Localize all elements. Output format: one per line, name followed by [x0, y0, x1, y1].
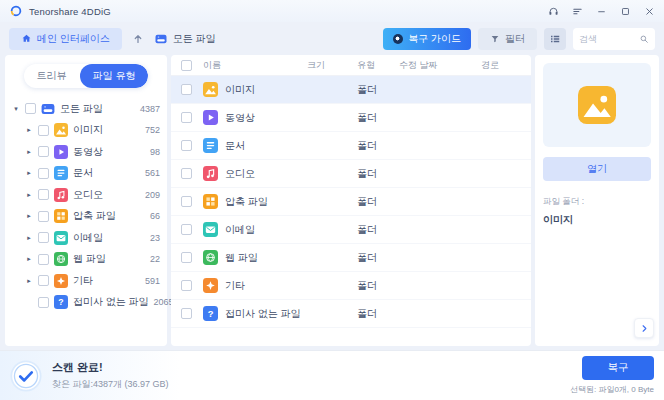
- table-row-audio[interactable]: 오디오 폴더: [171, 160, 531, 188]
- table-row-archives[interactable]: 압축 파일 폴더: [171, 188, 531, 216]
- checkbox[interactable]: [181, 84, 192, 95]
- sidebar-item-email[interactable]: ▸ 이메일 23: [10, 227, 162, 249]
- row-type: 폴더: [357, 251, 399, 265]
- expand-caret-icon[interactable]: ▸: [25, 234, 33, 242]
- scan-complete-check-icon: [10, 360, 42, 392]
- open-button[interactable]: 열기: [543, 157, 651, 181]
- checkbox[interactable]: [38, 168, 49, 179]
- row-name: 이미지: [225, 83, 255, 97]
- sidebar-item-images[interactable]: ▸ 이미지 752: [10, 120, 162, 142]
- funnel-icon: [490, 34, 500, 44]
- row-name: 접미사 없는 파일: [225, 307, 301, 321]
- table-row-images[interactable]: 이미지 폴더: [171, 76, 531, 104]
- checkbox[interactable]: [181, 280, 192, 291]
- support-headset-icon[interactable]: [548, 6, 559, 17]
- table-row-web-files[interactable]: 웹 파일 폴더: [171, 244, 531, 272]
- file-folder-value: 이미지: [543, 213, 651, 227]
- checkbox[interactable]: [181, 196, 192, 207]
- sidebar-item-label: 모든 파일: [60, 102, 103, 116]
- tab-file-type[interactable]: 파일 유형: [80, 64, 149, 88]
- expand-caret-icon[interactable]: ▸: [25, 277, 33, 285]
- column-type[interactable]: 유형: [357, 59, 399, 72]
- collapse-panel-button[interactable]: [634, 318, 654, 338]
- row-name: 오디오: [225, 167, 255, 181]
- menu-icon[interactable]: [572, 6, 583, 17]
- table-row-others[interactable]: 기타 폴더: [171, 272, 531, 300]
- checkbox[interactable]: [38, 189, 49, 200]
- checkbox[interactable]: [38, 297, 49, 308]
- column-size[interactable]: 크기: [307, 59, 357, 72]
- checkbox[interactable]: [181, 308, 192, 319]
- table-row-email[interactable]: 이메일 폴더: [171, 216, 531, 244]
- image-file-icon: [54, 123, 68, 137]
- expand-caret-icon[interactable]: ▸: [25, 148, 33, 156]
- up-arrow-icon[interactable]: [132, 33, 144, 45]
- toolbar: 메인 인터페이스 모든 파일 복구 가이드 필터: [0, 22, 664, 55]
- checkbox[interactable]: [38, 275, 49, 286]
- sidebar-item-count: 66: [150, 211, 160, 221]
- filter-button[interactable]: 필터: [478, 28, 537, 50]
- row-name: 웹 파일: [225, 251, 258, 265]
- select-all-checkbox[interactable]: [181, 60, 192, 71]
- tab-tree-view[interactable]: 트리뷰: [24, 64, 80, 88]
- expand-caret-icon[interactable]: ▸: [25, 191, 33, 199]
- sidebar-item-no-extension[interactable]: 접미사 없는 파일 2065: [10, 292, 162, 314]
- sidebar-item-label: 웹 파일: [73, 252, 106, 266]
- collapse-caret-icon[interactable]: ▾: [12, 105, 20, 113]
- column-path[interactable]: 경로: [481, 59, 523, 72]
- expand-caret-icon[interactable]: ▸: [25, 212, 33, 220]
- sidebar-item-label: 동영상: [73, 145, 103, 159]
- table-row-videos[interactable]: 동영상 폴더: [171, 104, 531, 132]
- checkbox[interactable]: [181, 252, 192, 263]
- document-file-icon: [203, 138, 218, 153]
- recover-button[interactable]: 복구: [582, 356, 654, 380]
- maximize-icon[interactable]: [620, 6, 631, 17]
- document-file-icon: [54, 166, 68, 180]
- expand-caret-icon[interactable]: ▸: [25, 255, 33, 263]
- video-file-icon: [203, 110, 218, 125]
- sidebar-item-documents[interactable]: ▸ 문서 561: [10, 163, 162, 185]
- sidebar-item-others[interactable]: ▸ 기타 591: [10, 270, 162, 292]
- row-name: 동영상: [225, 111, 255, 125]
- search-input[interactable]: [579, 34, 635, 44]
- sidebar-item-videos[interactable]: ▸ 동영상 98: [10, 141, 162, 163]
- table-row-documents[interactable]: 문서 폴더: [171, 132, 531, 160]
- checkbox[interactable]: [25, 103, 36, 114]
- column-name[interactable]: 이름: [203, 59, 307, 72]
- sidebar-item-count: 209: [145, 190, 160, 200]
- scan-complete-title: 스캔 완료!: [52, 360, 169, 375]
- other-file-icon: [203, 278, 218, 293]
- minimize-icon[interactable]: [596, 6, 607, 17]
- search-icon[interactable]: [639, 34, 649, 44]
- checkbox[interactable]: [181, 168, 192, 179]
- expand-caret-icon[interactable]: ▸: [25, 126, 33, 134]
- table-row-no-extension[interactable]: 접미사 없는 파일 폴더: [171, 300, 531, 328]
- audio-file-icon: [54, 188, 68, 202]
- audio-file-icon: [203, 166, 218, 181]
- checkbox[interactable]: [181, 112, 192, 123]
- list-view-button[interactable]: [544, 28, 566, 50]
- expand-caret-icon[interactable]: ▸: [25, 169, 33, 177]
- close-icon[interactable]: [644, 6, 655, 17]
- sidebar-tabs: 트리뷰 파일 유형: [24, 64, 149, 88]
- recovery-guide-button[interactable]: 복구 가이드: [383, 28, 471, 50]
- title-bar: Tenorshare 4DDiG: [0, 0, 664, 22]
- checkbox[interactable]: [181, 224, 192, 235]
- checkbox[interactable]: [38, 125, 49, 136]
- sidebar-item-web-files[interactable]: ▸ 웹 파일 22: [10, 249, 162, 271]
- sidebar-item-label: 압축 파일: [73, 209, 116, 223]
- sidebar-item-all-files[interactable]: ▾ 모든 파일 4387: [10, 98, 162, 120]
- main-interface-button[interactable]: 메인 인터페이스: [9, 28, 122, 50]
- sidebar-item-audio[interactable]: ▸ 오디오 209: [10, 184, 162, 206]
- checkbox[interactable]: [181, 140, 192, 151]
- breadcrumb[interactable]: 모든 파일: [154, 32, 216, 46]
- search-box: [573, 28, 655, 50]
- row-type: 폴더: [357, 83, 399, 97]
- checkbox[interactable]: [38, 254, 49, 265]
- sidebar: 트리뷰 파일 유형 ▾ 모든 파일 4387 ▸ 이미지 752 ▸: [5, 55, 167, 346]
- checkbox[interactable]: [38, 146, 49, 157]
- sidebar-item-archives[interactable]: ▸ 압축 파일 66: [10, 206, 162, 228]
- column-modified[interactable]: 수정 날짜: [399, 59, 481, 72]
- checkbox[interactable]: [38, 211, 49, 222]
- checkbox[interactable]: [38, 232, 49, 243]
